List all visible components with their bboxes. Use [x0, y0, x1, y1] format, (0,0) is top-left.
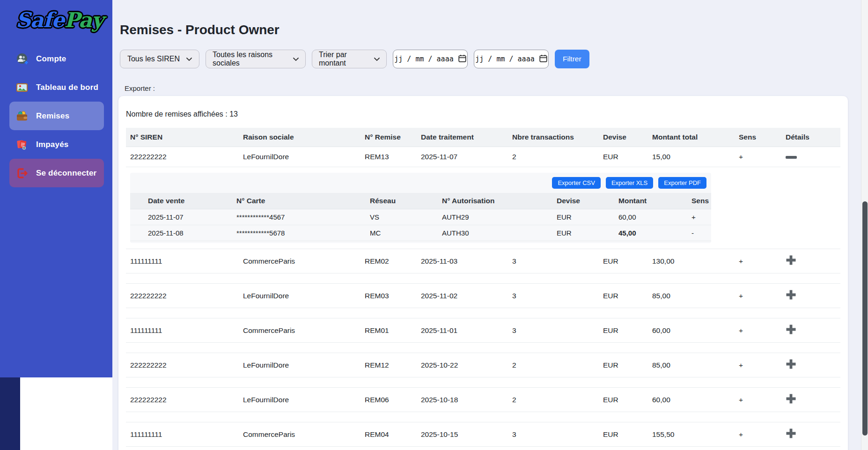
cell-montant-total: 155,50	[648, 422, 735, 447]
sidebar-item-label: Se déconnecter	[36, 169, 96, 178]
cell-nbre-transactions: 2	[508, 353, 599, 377]
export-buttons-row: Exporter CSV Exporter XLS Exporter PDF	[130, 173, 711, 193]
cell-carte: ************4567	[236, 209, 370, 225]
transactions-panel: Exporter CSV Exporter XLS Exporter PDF D…	[130, 173, 711, 243]
cell-devise: EUR	[557, 225, 618, 241]
toggle-details-button[interactable]	[786, 289, 796, 300]
cell-remise: REM06	[360, 388, 417, 412]
main-content: Remises - Product Owner Tous les SIREN T…	[112, 0, 854, 450]
cell-date-traitement: 2025-10-15	[417, 422, 508, 447]
unpaid-invoices-icon	[16, 139, 28, 151]
subcol-carte: N° Carte	[236, 193, 370, 209]
toggle-details-button[interactable]	[786, 359, 796, 369]
col-header-siren: N° SIREN	[126, 128, 239, 147]
table-row: 222222222 LeFournilDore REM06 2025-10-18…	[126, 388, 840, 412]
cell-details	[781, 284, 840, 308]
export-csv-button[interactable]: Exporter CSV	[552, 177, 600, 189]
cell-montant-total: 15,00	[648, 147, 735, 167]
safepay-logo: SafePay	[16, 7, 112, 33]
cell-date-vente: 2025-11-07	[130, 209, 236, 225]
scrollbar-thumb[interactable]	[862, 201, 868, 435]
toggle-details-button[interactable]	[786, 324, 796, 335]
export-label: Exporter :	[125, 84, 854, 92]
cell-autorisation: AUTH29	[442, 209, 557, 225]
dashboard-icon	[16, 81, 28, 94]
transaction-row: 2025-11-07 ************4567 VS AUTH29 EU…	[130, 209, 711, 225]
cell-date-traitement: 2025-10-18	[417, 388, 508, 412]
raison-sociale-select[interactable]: Toutes les raisons sociales	[206, 50, 306, 68]
date-from-input[interactable]: jj / mm / aaaa	[393, 50, 468, 68]
cell-nbre-transactions: 3	[508, 318, 599, 343]
chevron-down-icon	[293, 55, 299, 63]
cell-montant: 60,00	[618, 209, 691, 225]
subcol-montant: Montant	[618, 193, 691, 209]
cell-nbre-transactions: 3	[508, 284, 599, 308]
cell-reseau: VS	[370, 209, 442, 225]
toggle-details-button[interactable]	[786, 428, 796, 439]
subcol-devise: Devise	[557, 193, 618, 209]
date-to-input[interactable]: jj / mm / aaaa	[474, 50, 549, 68]
cell-devise: EUR	[599, 422, 648, 447]
cell-remise: REM12	[360, 353, 417, 377]
export-xls-button[interactable]: Exporter XLS	[606, 177, 653, 189]
vertical-scrollbar	[861, 0, 868, 450]
transactions-table: Date vente N° Carte Réseau N° Autorisati…	[130, 193, 711, 241]
col-header-montant: Montant total	[648, 128, 735, 147]
cell-siren: 111111111	[126, 318, 239, 343]
spacer-row	[126, 447, 840, 450]
transactions-body: 2025-11-07 ************4567 VS AUTH29 EU…	[130, 209, 711, 241]
export-pdf-button[interactable]: Exporter PDF	[658, 177, 706, 189]
cell-details	[781, 147, 840, 167]
sidebar-item-tableau-de-bord[interactable]: Tableau de bord	[9, 73, 104, 102]
col-header-details: Détails	[781, 128, 840, 147]
cell-raison-sociale: LeFournilDore	[239, 353, 360, 377]
cell-sens: -	[691, 225, 711, 241]
page-title: Remises - Product Owner	[120, 22, 854, 37]
remises-count: Nombre de remises affichées : 13	[126, 110, 840, 118]
spacer-row	[126, 377, 840, 388]
table-row: 111111111 CommerceParis REM02 2025-11-03…	[126, 249, 840, 273]
cell-date-traitement: 2025-10-22	[417, 353, 508, 377]
toggle-details-button[interactable]	[786, 393, 796, 404]
col-header-remise: N° Remise	[360, 128, 417, 147]
calendar-icon	[458, 54, 466, 64]
cell-sens: +	[735, 422, 781, 447]
cell-reseau: MC	[370, 225, 442, 241]
cell-siren: 111111111	[126, 249, 239, 273]
cell-sens: +	[735, 147, 781, 167]
table-row: 222222222 LeFournilDore REM03 2025-11-02…	[126, 284, 840, 308]
cell-nbre-transactions: 3	[508, 422, 599, 447]
sidebar-item-label: Remises	[36, 111, 69, 121]
siren-select[interactable]: Tous les SIREN	[120, 50, 199, 68]
sidebar-item-compte[interactable]: Compte	[9, 44, 104, 73]
expand-plus-icon	[786, 328, 796, 336]
subcol-autorisation: N° Autorisation	[442, 193, 557, 209]
spacer-row	[126, 343, 840, 353]
cell-devise: EUR	[599, 388, 648, 412]
filter-button[interactable]: Filtrer	[555, 50, 589, 68]
sidebar-item-remises[interactable]: Remises	[9, 102, 104, 130]
cell-date-traitement: 2025-11-01	[417, 318, 508, 343]
wallet-icon	[16, 110, 28, 122]
remises-table-body: 222222222 LeFournilDore REM13 2025-11-07…	[126, 147, 840, 450]
sidebar-item-se-deconnecter[interactable]: Se déconnecter	[9, 159, 104, 187]
table-row: 111111111 CommerceParis REM04 2025-10-15…	[126, 422, 840, 447]
spacer-row	[126, 412, 840, 422]
expand-plus-icon	[786, 432, 796, 440]
col-header-devise: Devise	[599, 128, 648, 147]
cell-details	[781, 422, 840, 447]
cell-montant-total: 130,00	[648, 249, 735, 273]
cell-raison-sociale: LeFournilDore	[239, 284, 360, 308]
cell-siren: 222222222	[126, 147, 239, 167]
cell-raison-sociale: CommerceParis	[239, 422, 360, 447]
cell-date-vente: 2025-11-08	[130, 225, 236, 241]
sidebar-item-impayes[interactable]: Impayés	[9, 130, 104, 159]
col-header-sens: Sens	[735, 128, 781, 147]
cell-remise: REM01	[360, 318, 417, 343]
table-header-row: N° SIREN Raison sociale N° Remise Date t…	[126, 128, 840, 147]
toggle-details-button[interactable]	[786, 255, 796, 266]
cell-remise: REM03	[360, 284, 417, 308]
cell-raison-sociale: CommerceParis	[239, 249, 360, 273]
toggle-details-button[interactable]	[786, 155, 797, 159]
sort-select[interactable]: Trier par montant	[312, 50, 387, 68]
